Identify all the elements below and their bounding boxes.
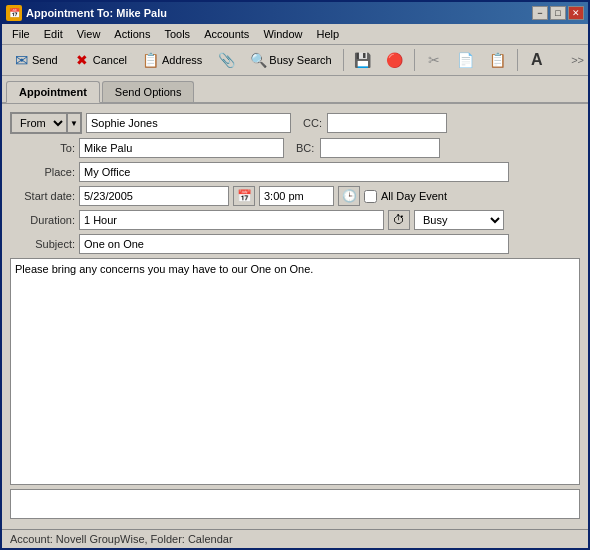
address-label: Address xyxy=(162,54,202,66)
font-icon: A xyxy=(529,52,545,68)
busy-search-label: Busy Search xyxy=(269,54,331,66)
address-icon: 📋 xyxy=(143,52,159,68)
save-button[interactable]: 💾 xyxy=(348,47,378,73)
attach-button[interactable]: 📎 xyxy=(211,47,241,73)
busy-select[interactable]: Busy Free Out of Office Tentative xyxy=(414,210,504,230)
menu-view[interactable]: View xyxy=(71,26,107,42)
toolbar-separator-1 xyxy=(343,49,344,71)
from-dropdown: From ▼ xyxy=(10,112,82,134)
send-label: Send xyxy=(32,54,58,66)
window-title: Appointment To: Mike Palu xyxy=(26,7,167,19)
notes-footer xyxy=(10,489,580,519)
to-row: To: BC: xyxy=(10,138,580,158)
toolbar-separator-2 xyxy=(414,49,415,71)
duration-label: Duration: xyxy=(10,214,75,226)
toolbar: ✉ Send ✖ Cancel 📋 Address 📎 🔍 Busy Searc… xyxy=(2,45,588,76)
menu-bar: File Edit View Actions Tools Accounts Wi… xyxy=(2,24,588,45)
cut-button[interactable]: ✂ xyxy=(419,47,449,73)
tab-appointment[interactable]: Appointment xyxy=(6,81,100,103)
attach-icon: 📎 xyxy=(218,52,234,68)
paste-icon: 📋 xyxy=(490,52,506,68)
menu-tools[interactable]: Tools xyxy=(158,26,196,42)
main-window: 📅 Appointment To: Mike Palu − □ ✕ File E… xyxy=(0,0,590,550)
menu-window[interactable]: Window xyxy=(257,26,308,42)
place-input[interactable] xyxy=(79,162,509,182)
spell-icon: 🔴 xyxy=(387,52,403,68)
to-label: To: xyxy=(10,142,75,154)
start-time-input[interactable] xyxy=(259,186,334,206)
bc-input[interactable] xyxy=(320,138,440,158)
busy-search-button[interactable]: 🔍 Busy Search xyxy=(243,47,338,73)
copy-icon: 📄 xyxy=(458,52,474,68)
to-input[interactable] xyxy=(79,138,284,158)
toolbar-expand[interactable]: >> xyxy=(571,54,584,66)
subject-row: Subject: xyxy=(10,234,580,254)
copy-button[interactable]: 📄 xyxy=(451,47,481,73)
close-button[interactable]: ✕ xyxy=(568,6,584,20)
subject-input[interactable] xyxy=(79,234,509,254)
status-bar: Account: Novell GroupWise, Folder: Calen… xyxy=(2,529,588,548)
all-day-checkbox[interactable] xyxy=(364,190,377,203)
menu-edit[interactable]: Edit xyxy=(38,26,69,42)
save-icon: 💾 xyxy=(355,52,371,68)
menu-accounts[interactable]: Accounts xyxy=(198,26,255,42)
start-date-label: Start date: xyxy=(10,190,75,202)
restore-button[interactable]: □ xyxy=(550,6,566,20)
duration-picker-button[interactable]: ⏱ xyxy=(388,210,410,230)
place-row: Place: xyxy=(10,162,580,182)
from-input[interactable] xyxy=(86,113,291,133)
bc-section: BC: xyxy=(296,138,440,158)
start-date-input[interactable] xyxy=(79,186,229,206)
send-icon: ✉ xyxy=(13,52,29,68)
all-day-label: All Day Event xyxy=(381,190,447,202)
from-dropdown-arrow[interactable]: ▼ xyxy=(66,112,82,134)
body-textarea[interactable]: Please bring any concerns you may have t… xyxy=(11,259,579,484)
title-bar-controls: − □ ✕ xyxy=(532,6,584,20)
subject-label: Subject: xyxy=(10,238,75,250)
main-content: From ▼ CC: To: BC: Place: S xyxy=(2,104,588,529)
spell-button[interactable]: 🔴 xyxy=(380,47,410,73)
font-button[interactable]: A xyxy=(522,47,552,73)
from-row: From ▼ CC: xyxy=(10,112,580,134)
place-label: Place: xyxy=(10,166,75,178)
title-bar-left: 📅 Appointment To: Mike Palu xyxy=(6,5,167,21)
address-button[interactable]: 📋 Address xyxy=(136,47,209,73)
time-button[interactable]: 🕒 xyxy=(338,186,360,206)
cancel-button[interactable]: ✖ Cancel xyxy=(67,47,134,73)
bc-label: BC: xyxy=(296,142,316,154)
menu-help[interactable]: Help xyxy=(311,26,346,42)
body-container: Please bring any concerns you may have t… xyxy=(10,258,580,485)
all-day-container: All Day Event xyxy=(364,190,447,203)
start-date-row: Start date: 📅 🕒 All Day Event xyxy=(10,186,580,206)
from-select[interactable]: From xyxy=(10,112,66,134)
cc-section: CC: xyxy=(303,113,447,133)
calendar-button[interactable]: 📅 xyxy=(233,186,255,206)
app-icon: 📅 xyxy=(6,5,22,21)
menu-actions[interactable]: Actions xyxy=(108,26,156,42)
send-button[interactable]: ✉ Send xyxy=(6,47,65,73)
duration-row: Duration: ⏱ Busy Free Out of Office Tent… xyxy=(10,210,580,230)
cut-icon: ✂ xyxy=(426,52,442,68)
title-bar: 📅 Appointment To: Mike Palu − □ ✕ xyxy=(2,2,588,24)
cancel-label: Cancel xyxy=(93,54,127,66)
paste-button[interactable]: 📋 xyxy=(483,47,513,73)
status-text: Account: Novell GroupWise, Folder: Calen… xyxy=(10,533,233,545)
minimize-button[interactable]: − xyxy=(532,6,548,20)
menu-file[interactable]: File xyxy=(6,26,36,42)
cancel-icon: ✖ xyxy=(74,52,90,68)
toolbar-separator-3 xyxy=(517,49,518,71)
busy-search-icon: 🔍 xyxy=(250,52,266,68)
tab-send-options[interactable]: Send Options xyxy=(102,81,195,102)
cc-input[interactable] xyxy=(327,113,447,133)
cc-label: CC: xyxy=(303,117,323,129)
duration-input[interactable] xyxy=(79,210,384,230)
tabs-bar: Appointment Send Options xyxy=(2,76,588,104)
